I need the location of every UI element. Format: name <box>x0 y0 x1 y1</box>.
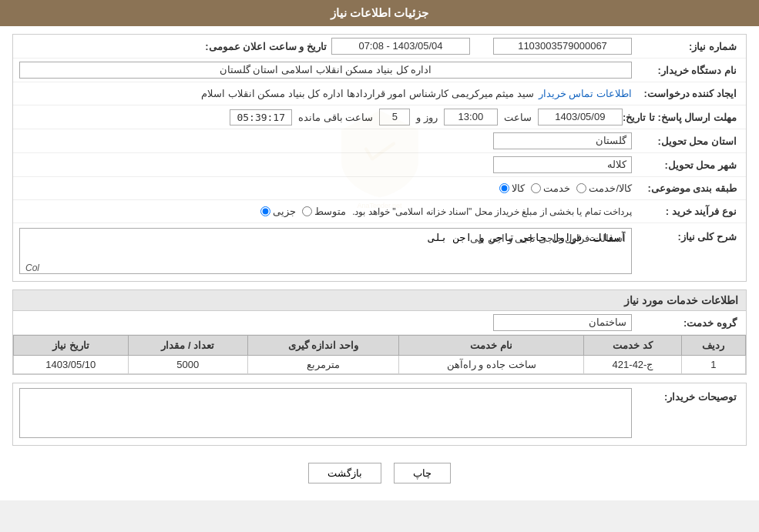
deadline-remaining-label: ساعت باقی مانده <box>298 112 373 123</box>
purchase-jozee-radio[interactable] <box>260 206 270 216</box>
province-value: گلستان <box>493 132 632 149</box>
category-row: طبقه بندی موضوعی: کالا/خدمت خدمت کالا <box>13 177 746 200</box>
need-number-row: شماره نیاز: 1103003579000067 1403/05/04 … <box>13 35 746 59</box>
services-section: گروه خدمت: ساختمان ردیف کد خدمت نام خدمت… <box>12 310 747 375</box>
purchase-type-description: پرداخت تمام یا بخشی از مبلغ خریداز محل "… <box>352 206 632 217</box>
creator-link[interactable]: اطلاعات تماس خریدار <box>539 88 632 99</box>
deadline-row: مهلت ارسال پاسخ: تا تاریخ: 1403/05/09 سا… <box>13 105 746 129</box>
category-kala-khadamat-label: کالا/خدمت <box>589 182 632 194</box>
th-unit: واحد اندازه گیری <box>247 336 398 356</box>
category-kala-khadamat-item: کالا/خدمت <box>576 182 632 194</box>
table-cell-4: 5000 <box>128 356 247 374</box>
deadline-time: 13:00 <box>444 109 498 125</box>
services-section-title: اطلاعات خدمات مورد نیاز <box>12 289 747 310</box>
need-number-label: شماره نیاز: <box>632 41 740 52</box>
purchase-jozee-item: جزیی <box>260 206 296 217</box>
buyer-desc-label: توصیحات خریدار: <box>632 388 740 403</box>
deadline-days: 5 <box>379 109 410 125</box>
deadline-days-label: روز و <box>416 112 438 123</box>
category-kala-label: کالا <box>512 182 525 194</box>
main-info-section: AnaTender.net شماره نیاز: 11030035790000… <box>12 34 747 282</box>
buyer-desc-section: توصیحات خریدار: <box>12 383 747 446</box>
province-row: استان محل تحویل: گلستان <box>13 129 746 153</box>
table-row: 1ج-42-421ساخت جاده و راه‌آهنمترمربع50001… <box>14 356 746 374</box>
buyer-desc-row: توصیحات خریدار: <box>13 383 746 445</box>
purchase-motavasset-item: متوسط <box>302 206 346 217</box>
services-table-body: 1ج-42-421ساخت جاده و راه‌آهنمترمربع50001… <box>14 356 746 374</box>
page-title: جزئیات اطلاعات نیاز <box>331 6 428 19</box>
category-kala-item: کالا <box>499 182 525 194</box>
category-khadamat-item: خدمت <box>531 182 570 194</box>
purchase-motavasset-radio[interactable] <box>302 206 312 216</box>
category-khadamat-radio[interactable] <box>531 183 541 193</box>
back-button[interactable]: بازگشت <box>308 463 381 483</box>
category-khadamat-label: خدمت <box>543 182 570 194</box>
deadline-label: مهلت ارسال پاسخ: تا تاریخ: <box>623 112 740 123</box>
page-header: جزئیات اطلاعات نیاز <box>0 0 759 26</box>
announcement-date-label: تاریخ و ساعت اعلان عمومی: <box>205 41 327 52</box>
deadline-time-label: ساعت <box>504 112 532 123</box>
category-radio-group: کالا/خدمت خدمت کالا <box>499 182 632 194</box>
table-cell-5: 1403/05/10 <box>14 356 129 374</box>
page-container: جزئیات اطلاعات نیاز AnaTender.net شماره … <box>0 0 759 500</box>
buyer-org-value: اداره کل بنیاد مسکن انقلاب اسلامی استان … <box>19 62 632 79</box>
category-label: طبقه بندی موضوعی: <box>632 182 740 194</box>
deadline-date: 1403/05/09 <box>538 109 623 125</box>
creator-value: سید میثم میرکریمی کارشناس امور قراردادها… <box>201 88 534 99</box>
need-number-value: 1103003579000067 <box>493 38 632 55</box>
category-kala-khadamat-radio[interactable] <box>576 183 586 193</box>
service-group-row: گروه خدمت: ساختمان <box>13 311 746 335</box>
th-row-number: ردیف <box>681 336 745 356</box>
need-description-row: شرح کلی نیاز: آسفالت فراول حاجی تاجی و ا… <box>13 223 746 281</box>
buyer-org-row: نام دستگاه خریدار: اداره کل بنیاد مسکن ا… <box>13 59 746 82</box>
th-service-code: کد خدمت <box>584 336 681 356</box>
purchase-type-row: نوع فرآیند خرید : پرداخت تمام یا بخشی از… <box>13 200 746 223</box>
buyer-desc-textarea[interactable] <box>19 388 632 438</box>
th-quantity: تعداد / مقدار <box>128 336 247 356</box>
city-row: شهر محل تحویل: کلاله <box>13 153 746 177</box>
deadline-remaining: 05:39:17 <box>230 109 292 125</box>
creator-label: ایجاد کننده درخواست: <box>632 88 740 99</box>
need-description-label: شرح کلی نیاز: <box>632 228 740 243</box>
table-cell-2: ساخت جاده و راه‌آهن <box>398 356 583 374</box>
province-label: استان محل تحویل: <box>632 136 740 147</box>
table-cell-0: 1 <box>681 356 745 374</box>
col-label: Col <box>25 263 39 273</box>
purchase-motavasset-label: متوسط <box>314 206 346 217</box>
buttons-row: چاپ بازگشت <box>12 453 747 493</box>
buyer-org-label: نام دستگاه خریدار: <box>632 65 740 76</box>
city-value: کلاله <box>493 156 632 173</box>
purchase-jozee-label: جزیی <box>273 206 296 217</box>
service-group-label: گروه خدمت: <box>632 317 740 329</box>
service-group-value: ساختمان <box>493 314 632 331</box>
category-kala-radio[interactable] <box>499 183 509 193</box>
content-area: AnaTender.net شماره نیاز: 11030035790000… <box>0 26 759 500</box>
table-cell-3: مترمربع <box>247 356 398 374</box>
services-table: ردیف کد خدمت نام خدمت واحد اندازه گیری ت… <box>13 335 746 374</box>
purchase-type-label: نوع فرآیند خرید : <box>632 206 740 217</box>
table-header-row: ردیف کد خدمت نام خدمت واحد اندازه گیری ت… <box>14 336 746 356</box>
th-need-date: تاریخ نیاز <box>14 336 129 356</box>
creator-row: ایجاد کننده درخواست: اطلاعات تماس خریدار… <box>13 82 746 105</box>
print-button[interactable]: چاپ <box>394 463 451 483</box>
city-label: شهر محل تحویل: <box>632 159 740 171</box>
table-cell-1: ج-42-421 <box>584 356 681 374</box>
need-description-content: آسفالت فراول حاجی تاجی و اجن بلی <box>470 233 626 244</box>
announcement-date-value: 1403/05/04 - 07:08 <box>331 38 470 55</box>
purchase-type-radio-group: متوسط جزیی <box>260 206 346 217</box>
th-service-name: نام خدمت <box>398 336 583 356</box>
